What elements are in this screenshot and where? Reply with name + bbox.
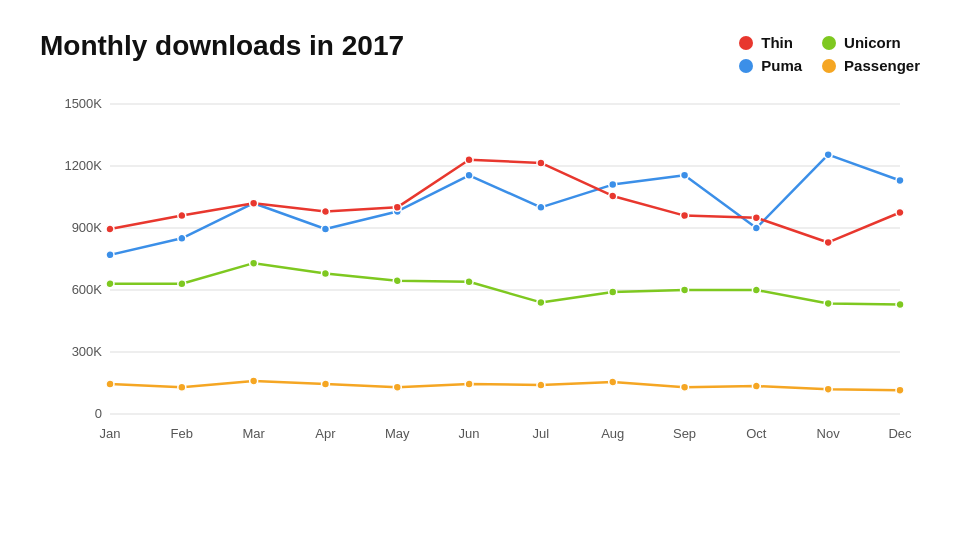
svg-text:Feb: Feb [171, 426, 193, 441]
svg-text:May: May [385, 426, 410, 441]
svg-point-32 [681, 383, 689, 391]
svg-point-56 [681, 171, 689, 179]
svg-point-38 [250, 259, 258, 267]
svg-point-59 [896, 176, 904, 184]
svg-text:Dec: Dec [888, 426, 912, 441]
legend-label-unicorn: Unicorn [844, 34, 901, 51]
svg-point-63 [321, 207, 329, 215]
header-row: Monthly downloads in 2017 Thin Unicorn P… [40, 30, 920, 74]
legend: Thin Unicorn Puma Passenger [739, 30, 920, 74]
legend-item-unicorn: Unicorn [822, 34, 920, 51]
svg-point-58 [824, 151, 832, 159]
svg-point-70 [824, 238, 832, 246]
svg-point-49 [178, 234, 186, 242]
svg-point-29 [465, 380, 473, 388]
legend-dot-puma [739, 59, 753, 73]
svg-point-41 [465, 278, 473, 286]
svg-point-42 [537, 298, 545, 306]
svg-point-71 [896, 209, 904, 217]
svg-text:300K: 300K [72, 344, 103, 359]
chart-svg: 0300K600K900K1200K1500KJanFebMarAprMayJu… [40, 84, 920, 474]
legend-dot-passenger [822, 59, 836, 73]
svg-point-53 [465, 171, 473, 179]
svg-text:Aug: Aug [601, 426, 624, 441]
svg-point-47 [896, 300, 904, 308]
legend-label-thin: Thin [761, 34, 793, 51]
svg-point-31 [609, 378, 617, 386]
legend-dot-thin [739, 36, 753, 50]
svg-point-26 [250, 377, 258, 385]
svg-text:Jun: Jun [459, 426, 480, 441]
svg-text:Oct: Oct [746, 426, 767, 441]
svg-point-24 [106, 380, 114, 388]
svg-point-44 [681, 286, 689, 294]
svg-text:Mar: Mar [242, 426, 265, 441]
svg-point-25 [178, 383, 186, 391]
svg-point-68 [681, 212, 689, 220]
svg-text:1500K: 1500K [64, 96, 102, 111]
svg-point-61 [178, 212, 186, 220]
svg-point-39 [321, 269, 329, 277]
svg-point-64 [393, 203, 401, 211]
svg-point-66 [537, 159, 545, 167]
svg-point-45 [752, 286, 760, 294]
svg-point-30 [537, 381, 545, 389]
svg-text:Sep: Sep [673, 426, 696, 441]
svg-point-57 [752, 224, 760, 232]
svg-text:0: 0 [95, 406, 102, 421]
svg-point-51 [321, 225, 329, 233]
svg-point-60 [106, 225, 114, 233]
svg-text:900K: 900K [72, 220, 103, 235]
legend-item-puma: Puma [739, 57, 802, 74]
svg-point-27 [321, 380, 329, 388]
svg-point-62 [250, 199, 258, 207]
svg-point-37 [178, 280, 186, 288]
svg-point-65 [465, 156, 473, 164]
svg-point-48 [106, 251, 114, 259]
svg-text:Nov: Nov [817, 426, 841, 441]
svg-point-55 [609, 181, 617, 189]
chart-area: 0300K600K900K1200K1500KJanFebMarAprMayJu… [40, 84, 920, 474]
legend-label-passenger: Passenger [844, 57, 920, 74]
svg-point-33 [752, 382, 760, 390]
svg-point-67 [609, 192, 617, 200]
svg-text:Jul: Jul [533, 426, 550, 441]
svg-point-54 [537, 203, 545, 211]
svg-text:1200K: 1200K [64, 158, 102, 173]
svg-text:Jan: Jan [100, 426, 121, 441]
legend-dot-unicorn [822, 36, 836, 50]
svg-text:Apr: Apr [315, 426, 336, 441]
svg-point-40 [393, 277, 401, 285]
legend-item-thin: Thin [739, 34, 802, 51]
chart-title: Monthly downloads in 2017 [40, 30, 404, 62]
page-container: Monthly downloads in 2017 Thin Unicorn P… [0, 0, 960, 540]
svg-point-28 [393, 383, 401, 391]
legend-item-passenger: Passenger [822, 57, 920, 74]
svg-point-36 [106, 280, 114, 288]
svg-text:600K: 600K [72, 282, 103, 297]
legend-label-puma: Puma [761, 57, 802, 74]
svg-point-43 [609, 288, 617, 296]
svg-point-69 [752, 214, 760, 222]
svg-point-34 [824, 385, 832, 393]
svg-point-46 [824, 299, 832, 307]
svg-point-35 [896, 386, 904, 394]
